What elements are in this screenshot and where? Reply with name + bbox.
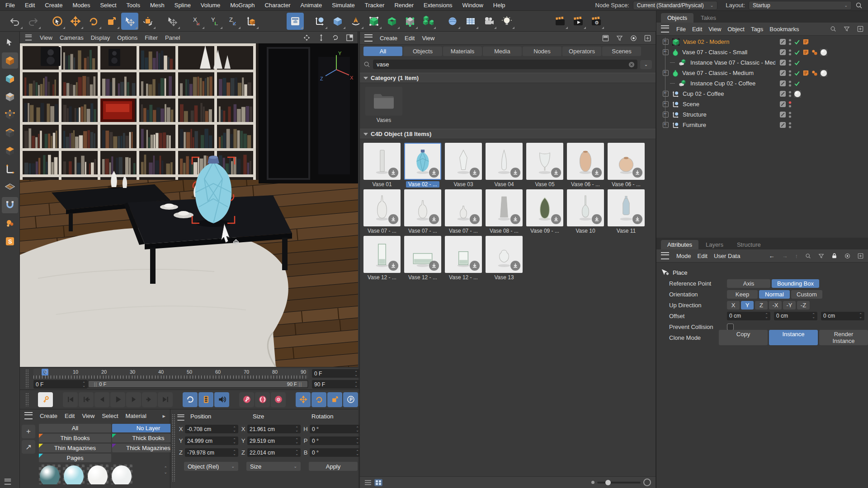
om-menu-bookmarks[interactable]: Bookmarks — [769, 26, 799, 33]
position-x-field[interactable]: -0.708 cm⌃⌄ — [185, 425, 238, 433]
subdivision-surface-button[interactable] — [365, 13, 382, 30]
prev-frame-button[interactable] — [94, 392, 109, 407]
search-clear-icon[interactable] — [628, 61, 635, 68]
record-key-tool-button[interactable] — [38, 392, 53, 407]
asset-browser-button[interactable] — [287, 13, 304, 30]
enabled-check-icon[interactable] — [794, 80, 800, 87]
om-menu-file[interactable]: File — [676, 26, 686, 33]
size-y-field[interactable]: 29.519 cm⌃⌄ — [247, 436, 301, 445]
interaction-tag-icon[interactable] — [811, 49, 818, 56]
layer-chip-all[interactable]: All — [39, 424, 111, 432]
visibility-dots-icon[interactable] — [788, 49, 792, 56]
play-button[interactable] — [110, 392, 125, 407]
search-options-dropdown[interactable]: ⌄ — [640, 60, 652, 69]
expand-toggle-icon[interactable] — [663, 112, 669, 117]
orientation-option-custom[interactable]: Custom — [791, 290, 822, 299]
download-badge-icon[interactable] — [388, 168, 398, 178]
snap-mode-button[interactable] — [2, 197, 18, 213]
render-view-button[interactable] — [552, 13, 569, 30]
sound-button[interactable] — [214, 392, 229, 407]
material-swatch-3[interactable] — [87, 465, 108, 484]
thumbnail-size-slider[interactable] — [597, 482, 641, 483]
asset-tab-materials[interactable]: Materials — [443, 47, 482, 56]
expand-toggle-icon[interactable] — [663, 91, 669, 97]
interaction-tag-icon[interactable] — [811, 70, 818, 76]
menu-tracker[interactable]: Tracker — [365, 2, 385, 9]
viewport-menu-icon[interactable] — [25, 35, 32, 41]
om-menu-object[interactable]: Object — [727, 26, 745, 33]
viewport-dolly-icon[interactable] — [318, 34, 325, 42]
download-badge-icon[interactable] — [551, 214, 561, 224]
viewport-menu-display[interactable]: Display — [91, 34, 110, 41]
reference-point-option-bounding-box[interactable]: Bounding Box — [772, 279, 819, 288]
asset-card-vase-06-6[interactable]: Vase 06 - ... — [566, 143, 605, 188]
rotation-b-field[interactable]: 0 °⌃⌄ — [310, 448, 361, 457]
annotation-tag-icon[interactable] — [802, 70, 809, 76]
edit-enable-icon[interactable] — [779, 90, 786, 97]
material-menu-view[interactable]: View — [82, 413, 94, 419]
edit-enable-icon[interactable] — [779, 49, 786, 56]
attr-search-icon[interactable] — [805, 253, 811, 259]
render-settings-button[interactable]: ⚙ — [588, 13, 605, 30]
up-direction-option-x[interactable]: X — [727, 301, 740, 310]
visibility-dots-icon[interactable] — [788, 80, 792, 87]
visibility-dots-icon[interactable] — [788, 111, 792, 118]
asset-menu-view[interactable]: View — [422, 35, 434, 42]
annotation-tag-icon[interactable] — [802, 49, 809, 56]
attr-tab-layers[interactable]: Layers — [699, 240, 730, 249]
edit-enable-icon[interactable] — [779, 38, 786, 45]
render-button[interactable] — [570, 13, 587, 30]
folder-vases[interactable]: Vases — [364, 87, 403, 123]
prevent-collision-checkbox[interactable] — [727, 324, 734, 330]
om-add-panel-icon[interactable] — [857, 26, 863, 32]
instance-tool-button[interactable] — [401, 13, 419, 30]
material-menu-select[interactable]: Select — [102, 413, 118, 419]
menu-create[interactable]: Create — [45, 2, 62, 9]
attr-lock-icon[interactable] — [831, 253, 837, 259]
asset-card-vase-12-17[interactable]: Vase 12 - ... — [444, 236, 483, 281]
up-direction-option-y[interactable]: -Y — [783, 301, 796, 310]
grid-tool-button[interactable] — [462, 13, 479, 30]
download-badge-icon[interactable] — [551, 168, 561, 178]
download-badge-icon[interactable] — [470, 261, 480, 271]
material-swatch-1[interactable] — [39, 465, 61, 484]
object-row-cup-02-coffee[interactable]: Cup 02 - Coffee — [656, 89, 868, 99]
axis-mode-button[interactable] — [2, 161, 18, 177]
expand-toggle-icon[interactable] — [663, 122, 669, 128]
object-row-instance-vase-07-classic-medium[interactable]: Instance Vase 07 - Classic - Medium — [656, 57, 868, 68]
goto-end-button[interactable] — [158, 392, 173, 407]
viewport-pan-icon[interactable] — [303, 34, 311, 42]
rotation-p-field[interactable]: 0 °⌃⌄ — [310, 436, 361, 445]
om-menu-edit[interactable]: Edit — [692, 26, 702, 33]
asset-menu-icon[interactable] — [364, 34, 373, 42]
zoom-out-dot[interactable] — [591, 481, 594, 484]
asset-tab-nodes[interactable]: Nodes — [523, 47, 561, 56]
offset-field-1[interactable]: 0 cm⌃⌄ — [727, 312, 770, 320]
key-scale-button[interactable] — [327, 392, 342, 407]
visibility-dots-icon[interactable] — [788, 70, 792, 77]
menu-file[interactable]: File — [5, 2, 15, 9]
axis-x-button[interactable]: X — [188, 13, 205, 30]
null-object-button[interactable] — [311, 13, 328, 30]
asset-card-vase-07-10[interactable]: Vase 07 - ... — [444, 189, 483, 234]
zoom-in-circle[interactable] — [643, 479, 651, 486]
grid-view-icon[interactable] — [374, 479, 382, 486]
coord-system-button[interactable] — [242, 13, 259, 30]
visibility-dots-icon[interactable] — [788, 59, 792, 66]
film-button[interactable] — [198, 392, 213, 407]
annotation-tag-icon[interactable] — [802, 38, 809, 45]
asset-tab-all[interactable]: All — [363, 47, 402, 56]
download-badge-icon[interactable] — [632, 168, 642, 178]
timeline-range-bar[interactable]: ||0 F 90 F|| — [89, 381, 307, 387]
up-direction-option-z[interactable]: -Z — [797, 301, 810, 310]
object-row-scene[interactable]: Scene — [656, 99, 868, 109]
timeline-range-track[interactable]: ||0 F 90 F|| — [88, 380, 308, 388]
download-badge-icon[interactable] — [510, 214, 520, 224]
prev-key-button[interactable] — [79, 392, 94, 407]
visibility-dots-icon[interactable] — [788, 38, 792, 46]
next-key-button[interactable] — [142, 392, 157, 407]
size-mode-dropdown[interactable]: Size⌄ — [246, 462, 301, 471]
expand-toggle-icon[interactable] — [663, 49, 669, 55]
pen-button[interactable] — [347, 13, 364, 30]
light-button[interactable] — [498, 13, 515, 30]
